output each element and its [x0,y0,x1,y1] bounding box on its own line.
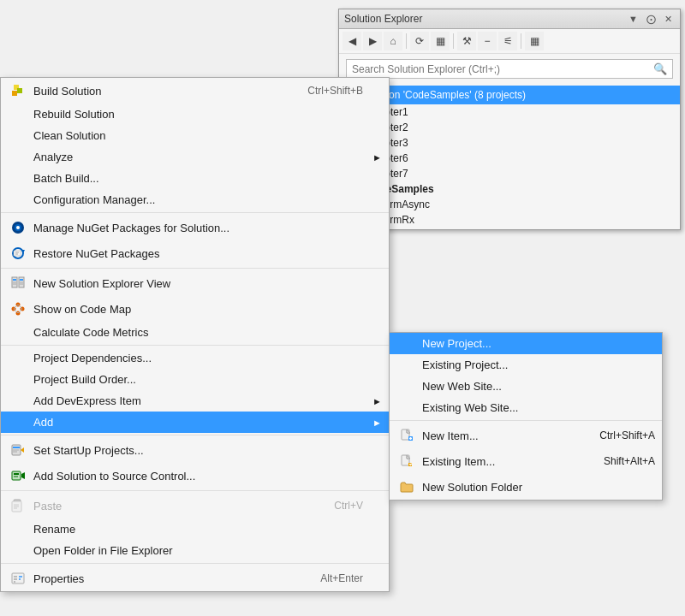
separator-1 [1,212,389,213]
svg-rect-32 [14,473,19,475]
menu-manage-nuget[interactable]: Manage NuGet Packages for Solution... [1,215,389,240]
search-icon: 🔍 [653,62,667,75]
existing-item-shortcut: Shift+Alt+A [604,455,655,467]
home-button[interactable]: ⌂ [384,32,402,50]
menu-config-manager[interactable]: Configuration Manager... [1,189,389,210]
project-codesamples[interactable]: ■ CodeSamples [339,181,680,197]
minus-button[interactable]: − [478,32,497,50]
solution-tree: 📁 Solution 'CodeSamples' (8 projects) ■ … [339,84,680,229]
menu-rename[interactable]: Rename [1,518,389,540]
menu-new-solution-view[interactable]: New Solution Explorer View [1,270,389,296]
add-label: Add [33,416,363,429]
rebuild-solution-label: Rebuild Solution [33,108,363,121]
clean-solution-label: Clean Solution [33,129,363,142]
submenu-new-item[interactable]: New Item... Ctrl+Shift+A [390,423,662,448]
dock-button[interactable]: ⨀ [644,14,658,25]
separator-4 [1,435,389,435]
paste-icon [9,497,27,514]
svg-line-22 [14,305,18,309]
menu-clean-solution[interactable]: Clean Solution [1,125,389,146]
svg-line-25 [14,309,18,313]
codemap-icon [9,300,27,317]
folder-icon [398,478,415,495]
project-chapter1[interactable]: ■ Chapter1 [339,104,680,120]
show-code-map-label: Show on Code Map [33,303,363,316]
view-button[interactable]: ▦ [525,32,544,50]
forward-button[interactable]: ▶ [363,32,382,50]
submenu-existing-web-site[interactable]: Existing Web Site... [390,397,662,418]
svg-rect-7 [14,251,21,256]
set-startup-label: Set StartUp Projects... [33,444,363,457]
menu-project-deps[interactable]: Project Dependencies... [1,347,389,369]
search-box[interactable]: 🔍 [346,59,673,79]
menu-rebuild-solution[interactable]: Rebuild Solution [1,104,389,125]
settings-button[interactable]: ⚒ [457,32,476,50]
project-chapter6[interactable]: ■ Chapter6 [339,151,680,166]
menu-project-build-order[interactable]: Project Build Order... [1,369,389,390]
startup-icon [9,441,27,459]
back-button[interactable]: ◀ [342,32,361,50]
svg-rect-0 [12,91,17,96]
new-project-label: New Project... [422,337,636,350]
branch-button[interactable]: ⚟ [498,32,517,50]
menu-properties[interactable]: Properties Alt+Enter [1,566,389,591]
project-winformasync[interactable]: ■ winformAsync [339,197,680,212]
add-devexpress-arrow: ► [372,396,382,406]
separator-3 [1,345,389,346]
manage-nuget-label: Manage NuGet Packages for Solution... [33,222,363,234]
svg-rect-13 [20,279,23,281]
copy-button[interactable]: ▦ [431,32,450,50]
menu-batch-build[interactable]: Batch Build... [1,168,389,189]
project-winformrx[interactable]: ■ winformRx [339,212,680,228]
close-button[interactable]: ✕ [662,14,675,25]
menu-add-devexpress[interactable]: Add DevExpress Item ► [1,390,389,412]
svg-marker-30 [21,447,24,453]
menu-build-solution[interactable]: Build Solution Ctrl+Shift+B [1,78,389,104]
submenu-existing-project[interactable]: Existing Project... [390,354,662,376]
menu-show-code-map[interactable]: Show on Code Map [1,296,389,322]
rename-label: Rename [33,523,363,536]
toolbar-sep-3 [521,33,521,49]
toolbar-sep-2 [453,33,454,49]
menu-open-folder[interactable]: Open Folder in File Explorer [1,540,389,561]
menu-paste[interactable]: Paste Ctrl+V [1,493,389,518]
new-solution-view-label: New Solution Explorer View [33,277,363,290]
context-menu: Build Solution Ctrl+Shift+B Rebuild Solu… [0,77,390,592]
submenu-new-solution-folder[interactable]: New Solution Folder [390,474,662,500]
existing-project-label: Existing Project... [422,358,636,371]
svg-line-24 [18,309,22,313]
submenu-new-project[interactable]: New Project... [390,333,662,354]
properties-shortcut: Alt+Enter [320,572,363,584]
project-chapter3[interactable]: ■ Chapter3 [339,135,680,151]
project-chapter2[interactable]: ■ Chapter2 [339,120,680,135]
submenu-existing-item[interactable]: Existing Item... Shift+Alt+A [390,448,662,474]
config-manager-label: Configuration Manager... [33,193,363,206]
menu-add-source-control[interactable]: Add Solution to Source Control... [1,463,389,489]
build-icon [9,82,27,99]
project-chapter7[interactable]: ■ Chapter7 [339,166,680,181]
new-item-icon [398,427,415,444]
new-solution-folder-label: New Solution Folder [422,481,636,494]
menu-add[interactable]: Add ► [1,412,389,433]
solution-row[interactable]: 📁 Solution 'CodeSamples' (8 projects) [339,86,680,104]
solution-explorer-panel: Solution Explorer ▼ ⨀ ✕ ◀ ▶ ⌂ ⟳ ▦ ⚒ − ⚟ … [338,9,681,230]
pin-button[interactable]: ▼ [626,14,640,24]
separator-2 [1,268,389,269]
separator-5 [1,490,389,491]
paste-label: Paste [33,500,363,512]
menu-analyze[interactable]: Analyze ► [1,146,389,168]
submenu-separator-1 [390,420,662,421]
add-source-control-label: Add Solution to Source Control... [33,470,363,483]
analyze-label: Analyze [33,151,363,163]
restore-nuget-label: Restore NuGet Packages [33,247,363,260]
project-deps-label: Project Dependencies... [33,352,363,364]
se-toolbar: ◀ ▶ ⌂ ⟳ ▦ ⚒ − ⚟ ▦ [339,29,680,54]
menu-set-startup[interactable]: Set StartUp Projects... [1,437,389,463]
menu-calc-metrics[interactable]: Calculate Code Metrics [1,322,389,343]
menu-restore-nuget[interactable]: Restore NuGet Packages [1,240,389,266]
new-item-shortcut: Ctrl+Shift+A [599,429,655,441]
sync-button[interactable]: ⟳ [410,32,429,50]
open-folder-label: Open Folder in File Explorer [33,544,363,557]
submenu-new-web-site[interactable]: New Web Site... [390,376,662,397]
search-input[interactable] [352,63,653,75]
